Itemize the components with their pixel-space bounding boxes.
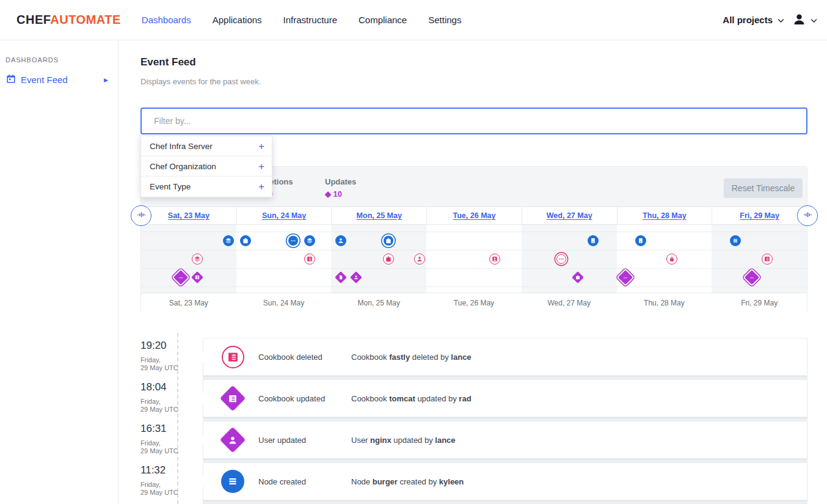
event-time: 18:04 Friday, 29 May UTC [140, 381, 178, 414]
node-created-icon [221, 470, 244, 493]
event-time-clock: 16:31 [140, 423, 178, 435]
event-time-date: 29 May UTC [140, 489, 178, 497]
day-label: Tue, 26 May [426, 293, 522, 313]
expand-arrow-icon[interactable]: ▶ [104, 77, 108, 83]
brand-logo: CHEFAUTOMATE [16, 13, 121, 27]
page-title: Event Feed [140, 56, 196, 68]
timeline-grid [141, 225, 807, 293]
event-time-date: 29 May UTC [140, 447, 178, 455]
event-time-date: 29 May UTC [140, 364, 178, 372]
sidebar: DASHBOARDS Event Feed ▶ [0, 40, 118, 504]
filter-option-label: Chef Infra Server [150, 142, 213, 151]
day-link-mon-25-may[interactable]: Mon, 25 May [357, 211, 402, 220]
event-marker-update-doc[interactable] [335, 271, 347, 283]
reset-timescale-button[interactable]: Reset Timescale [724, 178, 803, 198]
waveform-icon [137, 210, 146, 221]
event-marker-creation-layers[interactable] [223, 235, 234, 246]
nav-item-compliance[interactable]: Compliance [359, 15, 407, 25]
gridline [141, 232, 807, 232]
chevron-down-icon [778, 15, 784, 25]
event-marker-update-bag[interactable] [572, 271, 584, 283]
event-card-cookbook-deleted: Cookbook deleted Cookbook fastly deleted… [203, 338, 807, 376]
event-marker-creation-node[interactable] [588, 235, 599, 246]
day-link-sat-23-may[interactable]: Sat, 23 May [168, 211, 209, 220]
projects-filter-label: All projects [723, 15, 773, 25]
day-link-wed-27-may[interactable]: Wed, 27 May [547, 211, 592, 220]
timeline-footer: Sat, 23 MaySun, 24 MayMon, 25 MayTue, 26… [141, 293, 807, 313]
filter-option-chef-infra-server[interactable]: Chef Infra Server + [141, 136, 272, 156]
cookbook-deleted-icon [222, 346, 244, 368]
event-marker-creation-layers[interactable] [304, 235, 315, 246]
day-link-tue-26-may[interactable]: Tue, 26 May [453, 211, 496, 220]
event-marker-deletion-client[interactable] [489, 254, 500, 265]
event-marker-deletion-book[interactable] [762, 254, 773, 265]
nav-item-infrastructure[interactable]: Infrastructure [283, 15, 337, 25]
brand-automate: AUTOMATE [50, 13, 120, 26]
event-marker-deletion-bag[interactable] [383, 254, 394, 265]
filter-input[interactable] [140, 108, 807, 134]
day-link-sun-24-may[interactable]: Sun, 24 May [262, 211, 306, 220]
timeline-day-column: Wed, 27 May [522, 207, 617, 224]
event-description: User nginx updated by lance [351, 436, 456, 445]
brand-chef: CHEF [16, 13, 50, 26]
filter-option-event-type[interactable]: Event Type + [141, 177, 272, 197]
nav-item-dashboards[interactable]: Dashboards [142, 15, 191, 25]
plus-icon[interactable]: + [258, 161, 264, 172]
event-marker-deletion-layers[interactable] [192, 254, 203, 265]
event-time: 11:32 Friday, 29 May UTC [140, 464, 178, 497]
timescale-handle-right[interactable] [797, 205, 818, 226]
calendar-icon [6, 74, 16, 86]
event-card-user-updated: User updated User nginx updated by lance [203, 421, 807, 459]
event-marker-deletion-book[interactable] [304, 254, 315, 265]
event-marker-creation-list[interactable] [730, 235, 741, 246]
event-icon-wrap [220, 469, 245, 494]
gridline [141, 287, 807, 287]
user-menu-button[interactable] [793, 13, 817, 27]
top-nav: CHEFAUTOMATE DashboardsApplicationsInfra… [0, 0, 827, 40]
grid-stripe [236, 225, 332, 293]
event-description: Node burger created by kyleen [351, 477, 464, 486]
waveform-icon [803, 210, 812, 221]
nav-item-settings[interactable]: Settings [428, 15, 461, 25]
day-link-fri-29-may[interactable]: Fri, 29 May [740, 211, 779, 220]
event-marker-update-person[interactable] [350, 271, 362, 283]
filter-option-chef-organization[interactable]: Chef Organization + [141, 156, 272, 177]
stat-updates: Updates ◆ 10 [325, 177, 356, 199]
event-marker-update-dots[interactable] [745, 270, 759, 285]
event-marker-deletion-dots[interactable] [556, 254, 566, 264]
event-card-node-created: Node created Node burger created by kyle… [203, 462, 807, 500]
nav-item-applications[interactable]: Applications [213, 15, 262, 25]
day-label: Mon, 25 May [331, 293, 426, 313]
sidebar-item-label: Event Feed [21, 75, 68, 85]
grid-stripe [426, 225, 522, 293]
event-marker-deletion-person[interactable] [414, 254, 425, 265]
event-marker-creation-bag[interactable] [240, 235, 251, 246]
plus-icon[interactable]: + [258, 141, 264, 152]
event-time-clock: 11:32 [140, 464, 178, 477]
event-time-weekday: Friday, [140, 398, 178, 406]
day-link-thu-28-may[interactable]: Thu, 28 May [643, 211, 687, 220]
projects-filter-button[interactable]: All projects [723, 15, 784, 25]
user-avatar-icon [793, 13, 806, 27]
stat-label: Updates [325, 177, 356, 186]
event-description: Cookbook tomcat updated by rad [351, 394, 472, 403]
event-time-weekday: Friday, [140, 439, 178, 447]
event-marker-creation-person[interactable] [335, 235, 346, 246]
event-feed-list: Cookbook deleted Cookbook fastly deleted… [203, 338, 807, 504]
event-marker-creation-node[interactable] [635, 235, 646, 246]
event-icon-wrap [220, 345, 245, 369]
event-marker-creation-dots[interactable] [288, 236, 298, 246]
filter-option-label: Event Type [150, 182, 191, 191]
sidebar-item-event-feed[interactable]: Event Feed ▶ [6, 74, 112, 86]
gridline [141, 250, 807, 250]
event-marker-deletion-lock[interactable] [666, 254, 677, 265]
event-marker-creation-bag[interactable] [384, 236, 393, 246]
plus-icon[interactable]: + [258, 181, 264, 192]
timescale-handle-left[interactable] [131, 205, 151, 226]
timeline-day-column: Sat, 23 May [141, 207, 236, 224]
event-marker-update-book[interactable] [191, 271, 203, 283]
stat-count: ◆ 10 [325, 189, 356, 199]
event-marker-update-dots[interactable] [173, 270, 188, 285]
day-label: Sun, 24 May [236, 293, 332, 313]
primary-nav: DashboardsApplicationsInfrastructureComp… [142, 15, 462, 25]
